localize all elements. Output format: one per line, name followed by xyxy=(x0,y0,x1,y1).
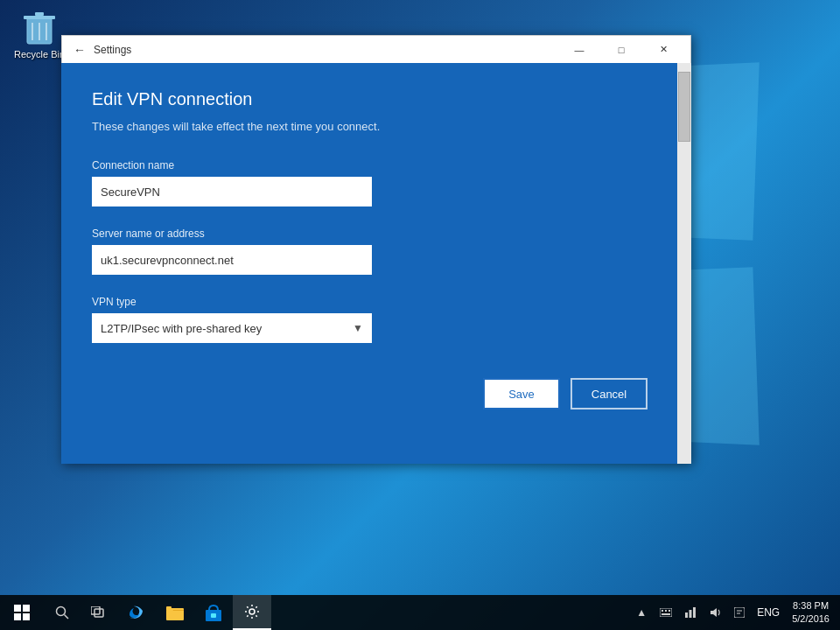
svg-line-11 xyxy=(65,615,69,620)
dialog-buttons: Save Cancel xyxy=(92,378,665,410)
cancel-button[interactable]: Cancel xyxy=(570,378,648,410)
svg-rect-27 xyxy=(685,612,688,618)
settings-taskbar-button[interactable] xyxy=(233,595,271,630)
vpn-type-label: VPN type xyxy=(92,296,665,308)
scrollbar[interactable] xyxy=(677,63,691,464)
svg-rect-13 xyxy=(94,609,103,617)
svg-rect-20 xyxy=(660,608,672,617)
recycle-bin-graphic xyxy=(20,9,59,47)
file-explorer-icon[interactable] xyxy=(156,595,194,630)
tray-chevron[interactable]: ▲ xyxy=(629,595,654,630)
connection-name-label: Connection name xyxy=(92,159,665,172)
settings-titlebar: ← Settings — □ ✕ xyxy=(62,36,690,64)
svg-rect-2 xyxy=(35,12,44,16)
window-controls: — □ ✕ xyxy=(559,36,683,64)
vpn-type-select-wrapper: Automatic Point to Point Tunneling Proto… xyxy=(92,313,372,343)
desktop: Recycle Bin ← Settings — □ ✕ SecureVPN V… xyxy=(0,0,840,630)
system-clock[interactable]: 8:38 PM 5/2/2016 xyxy=(785,595,836,630)
svg-rect-30 xyxy=(734,607,745,618)
svg-rect-24 xyxy=(662,613,663,615)
vpn-edit-dialog: Edit VPN connection These changes will t… xyxy=(61,63,691,464)
save-button[interactable]: Save xyxy=(483,378,560,410)
server-name-group: Server name or address xyxy=(92,228,665,275)
svg-rect-6 xyxy=(14,605,21,612)
server-name-label: Server name or address xyxy=(92,228,665,240)
task-view-button[interactable] xyxy=(80,595,117,630)
settings-window-title: Settings xyxy=(94,44,131,56)
vpn-dialog-content: Edit VPN connection These changes will t… xyxy=(61,63,691,464)
search-button[interactable] xyxy=(44,595,80,630)
clock-date: 5/2/2016 xyxy=(792,612,830,626)
server-name-input[interactable] xyxy=(92,245,372,275)
close-button[interactable]: ✕ xyxy=(643,36,683,64)
maximize-button[interactable]: □ xyxy=(601,36,641,64)
tray-keyboard-icon[interactable] xyxy=(654,595,678,630)
minimize-button[interactable]: — xyxy=(559,36,599,64)
svg-point-19 xyxy=(249,609,255,614)
scrollbar-thumb[interactable] xyxy=(678,72,690,142)
svg-rect-7 xyxy=(23,605,30,612)
vpn-dialog-title: Edit VPN connection xyxy=(92,89,665,109)
svg-rect-16 xyxy=(166,606,172,610)
connection-name-group: Connection name xyxy=(92,159,665,206)
svg-rect-22 xyxy=(665,610,667,612)
volume-icon[interactable] xyxy=(703,595,727,630)
edge-browser-icon[interactable] xyxy=(117,595,156,630)
svg-rect-18 xyxy=(211,613,216,618)
vpn-dialog-subtitle: These changes will take effect the next … xyxy=(92,120,665,133)
store-icon[interactable] xyxy=(194,595,233,630)
svg-rect-25 xyxy=(663,613,668,615)
clock-time: 8:38 PM xyxy=(793,599,829,612)
network-icon[interactable] xyxy=(678,595,703,630)
svg-rect-26 xyxy=(668,613,670,615)
svg-rect-29 xyxy=(693,607,696,618)
svg-rect-8 xyxy=(14,613,21,620)
system-tray: ▲ xyxy=(629,595,840,630)
notification-icon[interactable] xyxy=(727,595,752,630)
svg-point-10 xyxy=(57,607,66,616)
vpn-type-select[interactable]: Automatic Point to Point Tunneling Proto… xyxy=(92,313,372,343)
svg-rect-9 xyxy=(23,613,30,620)
language-indicator[interactable]: ENG xyxy=(752,595,785,630)
taskbar: ▲ xyxy=(0,595,840,630)
vpn-type-group: VPN type Automatic Point to Point Tunnel… xyxy=(92,296,665,343)
start-button[interactable] xyxy=(0,595,44,630)
svg-rect-23 xyxy=(668,610,670,612)
recycle-bin-label: Recycle Bin xyxy=(14,49,65,60)
svg-rect-12 xyxy=(91,606,100,614)
svg-rect-21 xyxy=(662,610,663,612)
back-button[interactable]: ← xyxy=(69,39,90,60)
svg-rect-1 xyxy=(24,16,55,19)
svg-rect-28 xyxy=(690,610,692,618)
connection-name-input[interactable] xyxy=(92,177,372,206)
